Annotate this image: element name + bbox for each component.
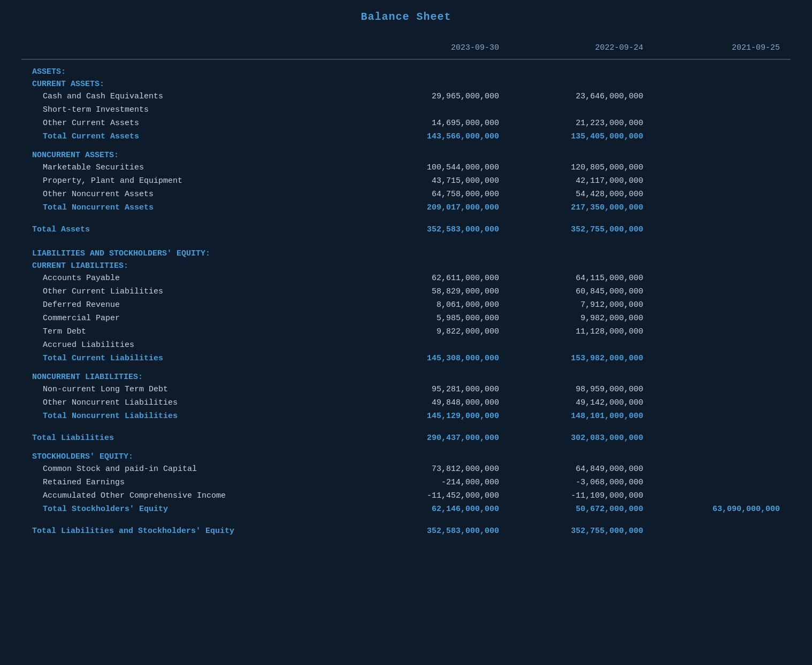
spacer7 [21,516,791,521]
total-assets-col1: 352,583,000,000 [366,220,510,236]
noncurrent-liabilities-section-header: NONCURRENT LIABILITIES: [21,370,791,383]
accounts-payable-row: Accounts Payable 62,611,000,000 64,115,0… [21,272,791,285]
commercial-paper-row: Commercial Paper 5,985,000,000 9,982,000… [21,312,791,325]
total-liabilities-row: Total Liabilities 290,437,000,000 302,08… [21,428,791,445]
marketable-sec-col2: 120,805,000,000 [510,161,654,174]
total-stockholders-col1: 62,146,000,000 [366,502,510,516]
total-stockholders-col3: 63,090,000,000 [654,502,791,516]
total-noncurrent-liab-col1: 145,129,000,000 [366,409,510,423]
retained-earnings-col3 [654,476,791,489]
total-noncurrent-assets-col2: 217,350,000,000 [510,201,654,214]
deferred-revenue-label: Deferred Revenue [21,298,366,312]
page-title: Balance Sheet [21,11,791,23]
noncurrent-ltd-col1: 95,281,000,000 [366,383,510,396]
spacer1 [21,143,791,149]
noncurrent-ltd-col2: 98,959,000,000 [510,383,654,396]
accounts-payable-label: Accounts Payable [21,272,366,285]
cash-col1: 29,965,000,000 [366,90,510,103]
total-liab-equity-col3 [654,521,791,538]
other-noncurrent-row: Other Noncurrent Assets 64,758,000,000 5… [21,188,791,201]
aoci-col3 [654,489,791,502]
total-noncurrent-liab-col3 [654,409,791,423]
aoci-col1: -11,452,000,000 [366,489,510,502]
commercial-paper-label: Commercial Paper [21,312,366,325]
other-noncurrent-liab-row: Other Noncurrent Liabilities 49,848,000,… [21,396,791,409]
aoci-label: Accumulated Other Comprehensive Income [21,489,366,502]
other-current-label: Other Current Assets [21,117,366,130]
term-debt-col1: 9,822,000,000 [366,325,510,338]
spacer5 [21,423,791,428]
common-stock-col1: 73,812,000,000 [366,462,510,476]
accrued-liab-col3 [654,338,791,352]
term-debt-col2: 11,128,000,000 [510,325,654,338]
stockholders-section-header: STOCKHOLDERS' EQUITY: [21,450,791,462]
col2-header: 2022-09-24 [510,39,654,59]
other-current-liab-col2: 60,845,000,000 [510,285,654,298]
balance-sheet-table: 2023-09-30 2022-09-24 2021-09-25 ASSETS:… [21,39,791,538]
other-current-row: Other Current Assets 14,695,000,000 21,2… [21,117,791,130]
other-current-liab-col3 [654,285,791,298]
other-noncurrent-liab-col2: 49,142,000,000 [510,396,654,409]
total-current-assets-col3 [654,130,791,143]
total-liab-equity-row: Total Liabilities and Stockholders' Equi… [21,521,791,538]
spacer6 [21,445,791,450]
total-stockholders-label: Total Stockholders' Equity [21,502,366,516]
accrued-liab-label: Accrued Liabilities [21,338,366,352]
commercial-paper-col3 [654,312,791,325]
total-current-assets-label: Total Current Assets [21,130,366,143]
commercial-paper-col1: 5,985,000,000 [366,312,510,325]
ppe-col1: 43,715,000,000 [366,174,510,188]
other-current-liab-label: Other Current Liabilities [21,285,366,298]
total-assets-col3 [654,220,791,236]
term-debt-col3 [654,325,791,338]
cash-row: Cash and Cash Equivalents 29,965,000,000… [21,90,791,103]
short-term-col2 [510,103,654,117]
total-current-assets-col2: 135,405,000,000 [510,130,654,143]
other-current-col1: 14,695,000,000 [366,117,510,130]
noncurrent-ltd-col3 [654,383,791,396]
cash-col2: 23,646,000,000 [510,90,654,103]
total-noncurrent-assets-label: Total Noncurrent Assets [21,201,366,214]
common-stock-col3 [654,462,791,476]
other-noncurrent-col1: 64,758,000,000 [366,188,510,201]
ppe-col3 [654,174,791,188]
deferred-revenue-col1: 8,061,000,000 [366,298,510,312]
total-liabilities-col1: 290,437,000,000 [366,428,510,445]
ppe-row: Property, Plant and Equipment 43,715,000… [21,174,791,188]
total-noncurrent-liab-label: Total Noncurrent Liabilities [21,409,366,423]
noncurrent-assets-section-header: NONCURRENT ASSETS: [21,149,791,161]
other-noncurrent-liab-col3 [654,396,791,409]
total-noncurrent-liab-row: Total Noncurrent Liabilities 145,129,000… [21,409,791,423]
accounts-payable-col1: 62,611,000,000 [366,272,510,285]
total-liab-equity-col1: 352,583,000,000 [366,521,510,538]
total-noncurrent-assets-col3 [654,201,791,214]
other-current-liab-col1: 58,829,000,000 [366,285,510,298]
cash-col3 [654,90,791,103]
other-current-col3 [654,117,791,130]
commercial-paper-col2: 9,982,000,000 [510,312,654,325]
other-noncurrent-liab-label: Other Noncurrent Liabilities [21,396,366,409]
noncurrent-ltd-label: Non-current Long Term Debt [21,383,366,396]
other-current-col2: 21,223,000,000 [510,117,654,130]
total-stockholders-row: Total Stockholders' Equity 62,146,000,00… [21,502,791,516]
total-assets-col2: 352,755,000,000 [510,220,654,236]
accounts-payable-col3 [654,272,791,285]
marketable-sec-label: Marketable Securities [21,161,366,174]
current-assets-section-header: CURRENT ASSETS: [21,78,791,90]
marketable-sec-row: Marketable Securities 100,544,000,000 12… [21,161,791,174]
retained-earnings-row: Retained Earnings -214,000,000 -3,068,00… [21,476,791,489]
aoci-row: Accumulated Other Comprehensive Income -… [21,489,791,502]
short-term-row: Short-term Investments [21,103,791,117]
spacer2 [21,214,791,220]
retained-earnings-col2: -3,068,000,000 [510,476,654,489]
marketable-sec-col3 [654,161,791,174]
deferred-revenue-row: Deferred Revenue 8,061,000,000 7,912,000… [21,298,791,312]
col3-header: 2021-09-25 [654,39,791,59]
current-liabilities-section-header: CURRENT LIABILITIES: [21,259,791,272]
common-stock-row: Common Stock and paid-in Capital 73,812,… [21,462,791,476]
short-term-label: Short-term Investments [21,103,366,117]
total-stockholders-col2: 50,672,000,000 [510,502,654,516]
accrued-liab-col2 [510,338,654,352]
total-noncurrent-assets-row: Total Noncurrent Assets 209,017,000,000 … [21,201,791,214]
liabilities-section-header: LIABILITIES AND STOCKHOLDERS' EQUITY: [21,242,791,259]
